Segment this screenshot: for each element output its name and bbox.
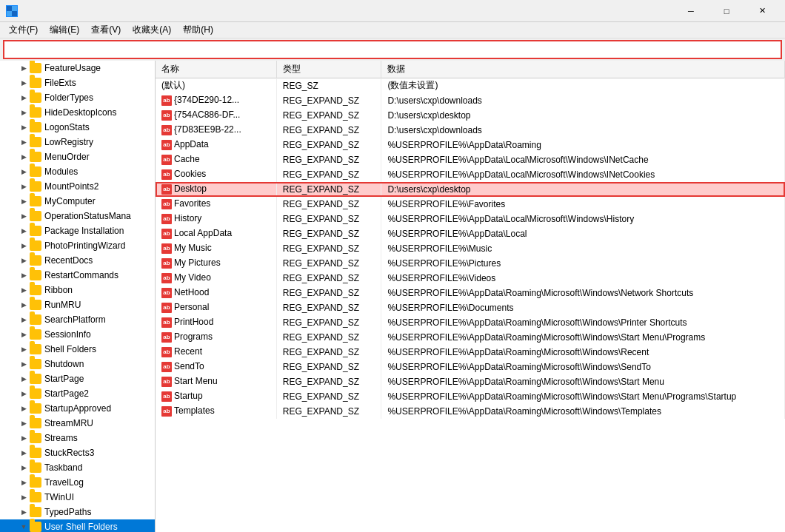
expand-icon[interactable]: ▶ bbox=[18, 314, 30, 326]
close-button[interactable]: ✕ bbox=[745, 0, 779, 22]
tree-item[interactable]: ▶StartPage2 bbox=[0, 386, 155, 401]
tree-item[interactable]: ▶TypedPaths bbox=[0, 505, 155, 519]
table-row[interactable]: CookiesREG_EXPAND_SZ%USERPROFILE%\AppDat… bbox=[156, 167, 785, 182]
expand-icon[interactable]: ▶ bbox=[18, 255, 30, 266]
table-row[interactable]: SendToREG_EXPAND_SZ%USERPROFILE%\AppData… bbox=[156, 360, 785, 374]
tree-item[interactable]: ▶StuckRects3 bbox=[0, 445, 155, 460]
menu-item[interactable]: 文件(F) bbox=[3, 22, 44, 38]
table-row[interactable]: {7D83EE9B-22...REG_EXPAND_SZD:\users\cxp… bbox=[156, 123, 785, 138]
right-panel[interactable]: 名称 类型 数据 (默认)REG_SZ(数值未设置){374DE290-12..… bbox=[156, 61, 785, 532]
tree-item[interactable]: ▶StartupApproved bbox=[0, 401, 155, 416]
tree-item[interactable]: ▶MyComputer bbox=[0, 194, 155, 209]
tree-item[interactable]: ▶FeatureUsage bbox=[0, 61, 155, 75]
expand-icon[interactable]: ▶ bbox=[18, 329, 30, 340]
expand-icon[interactable]: ▶ bbox=[18, 284, 30, 296]
expand-icon[interactable]: ▶ bbox=[18, 343, 30, 355]
table-row[interactable]: {374DE290-12...REG_EXPAND_SZD:\users\cxp… bbox=[156, 93, 785, 108]
tree-item[interactable]: ▶Taskband bbox=[0, 460, 155, 475]
expand-icon[interactable]: ▶ bbox=[18, 92, 30, 104]
menu-item[interactable]: 编辑(E) bbox=[44, 22, 85, 38]
tree-item[interactable]: ▶RunMRU bbox=[0, 297, 155, 312]
expand-icon[interactable]: ▶ bbox=[18, 181, 30, 192]
expand-icon[interactable]: ▶ bbox=[18, 358, 30, 370]
expand-icon[interactable]: ▶ bbox=[18, 388, 30, 400]
expand-icon[interactable]: ▶ bbox=[18, 491, 30, 503]
expand-icon[interactable]: ▼ bbox=[18, 521, 30, 532]
tree-item[interactable]: ▶RecentDocs bbox=[0, 253, 155, 268]
tree-item-label: TypedPaths bbox=[44, 507, 91, 517]
tree-item[interactable]: ▶OperationStatusMana bbox=[0, 209, 155, 223]
expand-icon[interactable]: ▶ bbox=[18, 225, 30, 237]
expand-icon[interactable]: ▶ bbox=[18, 195, 30, 207]
tree-item[interactable]: ▶MountPoints2 bbox=[0, 179, 155, 194]
expand-icon[interactable]: ▶ bbox=[18, 77, 30, 89]
table-row[interactable]: HistoryREG_EXPAND_SZ%USERPROFILE%\AppDat… bbox=[156, 212, 785, 226]
expand-icon[interactable]: ▶ bbox=[18, 121, 30, 133]
menu-item[interactable]: 查看(V) bbox=[85, 22, 127, 38]
tree-item[interactable]: ▶Streams bbox=[0, 431, 155, 445]
tree-item[interactable]: ▶Package Installation bbox=[0, 223, 155, 238]
tree-item[interactable]: ▶TWinUI bbox=[0, 490, 155, 505]
tree-item[interactable]: ▶SearchPlatform bbox=[0, 312, 155, 327]
table-row[interactable]: TemplatesREG_EXPAND_SZ%USERPROFILE%\AppD… bbox=[156, 404, 785, 419]
table-row[interactable]: ProgramsREG_EXPAND_SZ%USERPROFILE%\AppDa… bbox=[156, 330, 785, 345]
expand-icon[interactable]: ▶ bbox=[18, 417, 30, 429]
expand-icon[interactable]: ▶ bbox=[18, 269, 30, 281]
tree-item[interactable]: ▶TravelLog bbox=[0, 475, 155, 490]
table-row[interactable]: PersonalREG_EXPAND_SZ%USERPROFILE%\Docum… bbox=[156, 300, 785, 315]
minimize-button[interactable]: ─ bbox=[674, 0, 708, 22]
folder-icon bbox=[30, 329, 41, 340]
table-row[interactable]: (默认)REG_SZ(数值未设置) bbox=[156, 78, 785, 93]
expand-icon[interactable]: ▶ bbox=[18, 62, 30, 74]
expand-icon[interactable]: ▶ bbox=[18, 240, 30, 252]
table-row[interactable]: My MusicREG_EXPAND_SZ%USERPROFILE%\Music bbox=[156, 241, 785, 256]
tree-item[interactable]: ▶FileExts bbox=[0, 75, 155, 90]
expand-icon[interactable]: ▶ bbox=[18, 136, 30, 148]
menu-item[interactable]: 收藏夹(A) bbox=[127, 22, 177, 38]
tree-item[interactable]: ▶LogonStats bbox=[0, 120, 155, 135]
expand-icon[interactable]: ▶ bbox=[18, 373, 30, 385]
tree-item[interactable]: ▶Shell Folders bbox=[0, 342, 155, 357]
maximize-button[interactable]: □ bbox=[709, 0, 744, 22]
tree-item[interactable]: ▶RestartCommands bbox=[0, 268, 155, 283]
expand-icon[interactable]: ▶ bbox=[18, 299, 30, 311]
expand-icon[interactable]: ▶ bbox=[18, 210, 30, 222]
table-row[interactable]: {754AC886-DF...REG_EXPAND_SZD:\users\cxp… bbox=[156, 108, 785, 123]
table-row[interactable]: DesktopREG_EXPAND_SZD:\users\cxp\desktop bbox=[156, 182, 785, 197]
tree-item[interactable]: ▶StartPage bbox=[0, 371, 155, 386]
tree-panel[interactable]: ▶FeatureUsage▶FileExts▶FolderTypes▶HideD… bbox=[0, 61, 156, 532]
expand-icon[interactable]: ▶ bbox=[18, 447, 30, 459]
tree-item[interactable]: ▶Ribbon bbox=[0, 283, 155, 297]
table-row[interactable]: AppDataREG_EXPAND_SZ%USERPROFILE%\AppDat… bbox=[156, 138, 785, 152]
table-row[interactable]: PrintHoodREG_EXPAND_SZ%USERPROFILE%\AppD… bbox=[156, 315, 785, 330]
expand-icon[interactable]: ▶ bbox=[18, 462, 30, 474]
expand-icon[interactable]: ▶ bbox=[18, 403, 30, 414]
tree-item[interactable]: ▶PhotoPrintingWizard bbox=[0, 238, 155, 253]
expand-icon[interactable]: ▶ bbox=[18, 166, 30, 178]
tree-item[interactable]: ▼User Shell Folders bbox=[0, 519, 155, 532]
tree-item[interactable]: ▶FolderTypes bbox=[0, 90, 155, 105]
table-row[interactable]: StartupREG_EXPAND_SZ%USERPROFILE%\AppDat… bbox=[156, 389, 785, 404]
expand-icon[interactable]: ▶ bbox=[18, 432, 30, 444]
expand-icon[interactable]: ▶ bbox=[18, 477, 30, 488]
tree-item[interactable]: ▶HideDesktopIcons bbox=[0, 105, 155, 120]
table-row[interactable]: My PicturesREG_EXPAND_SZ%USERPROFILE%\Pi… bbox=[156, 256, 785, 271]
tree-item[interactable]: ▶LowRegistry bbox=[0, 135, 155, 149]
tree-item[interactable]: ▶Modules bbox=[0, 164, 155, 179]
table-row[interactable]: RecentREG_EXPAND_SZ%USERPROFILE%\AppData… bbox=[156, 345, 785, 360]
menu-item[interactable]: 帮助(H) bbox=[177, 22, 219, 38]
expand-icon[interactable]: ▶ bbox=[18, 107, 30, 118]
table-row[interactable]: CacheREG_EXPAND_SZ%USERPROFILE%\AppData\… bbox=[156, 152, 785, 167]
expand-icon[interactable]: ▶ bbox=[18, 151, 30, 163]
folder-icon bbox=[30, 63, 41, 73]
tree-item[interactable]: ▶MenuOrder bbox=[0, 149, 155, 164]
tree-item[interactable]: ▶Shutdown bbox=[0, 357, 155, 371]
table-row[interactable]: FavoritesREG_EXPAND_SZ%USERPROFILE%\Favo… bbox=[156, 197, 785, 212]
table-row[interactable]: Local AppDataREG_EXPAND_SZ%USERPROFILE%\… bbox=[156, 226, 785, 241]
table-row[interactable]: NetHoodREG_EXPAND_SZ%USERPROFILE%\AppDat… bbox=[156, 286, 785, 300]
tree-item[interactable]: ▶StreamMRU bbox=[0, 416, 155, 431]
expand-icon[interactable]: ▶ bbox=[18, 506, 30, 518]
table-row[interactable]: Start MenuREG_EXPAND_SZ%USERPROFILE%\App… bbox=[156, 374, 785, 389]
table-row[interactable]: My VideoREG_EXPAND_SZ%USERPROFILE%\Video… bbox=[156, 271, 785, 286]
tree-item[interactable]: ▶SessionInfo bbox=[0, 327, 155, 342]
